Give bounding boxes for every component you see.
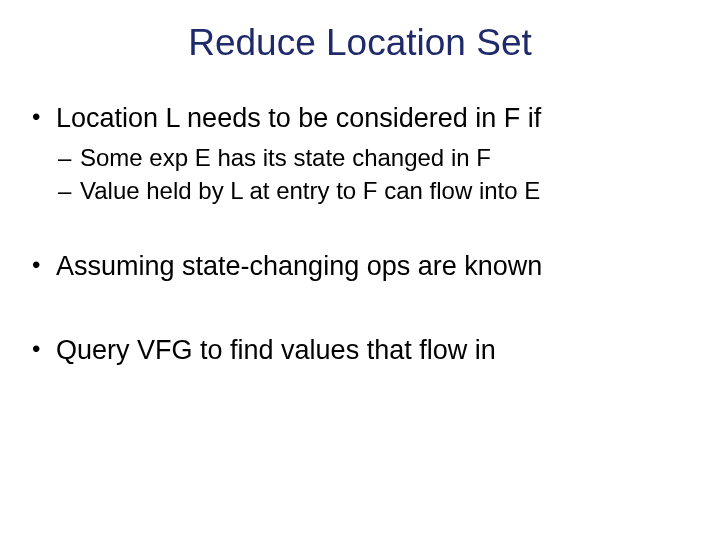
- bullet-2: Assuming state-changing ops are known: [28, 250, 690, 284]
- bullet-3: Query VFG to find values that flow in: [28, 334, 690, 368]
- slide-body: Location L needs to be considered in F i…: [0, 74, 720, 368]
- slide-title: Reduce Location Set: [0, 0, 720, 74]
- spacer: [28, 290, 690, 334]
- bullet-1-sub-1: Some exp E has its state changed in F: [28, 142, 690, 173]
- spacer: [28, 206, 690, 250]
- bullet-1-sub-2: Value held by L at entry to F can flow i…: [28, 175, 690, 206]
- slide: Reduce Location Set Location L needs to …: [0, 0, 720, 540]
- bullet-1: Location L needs to be considered in F i…: [28, 102, 690, 136]
